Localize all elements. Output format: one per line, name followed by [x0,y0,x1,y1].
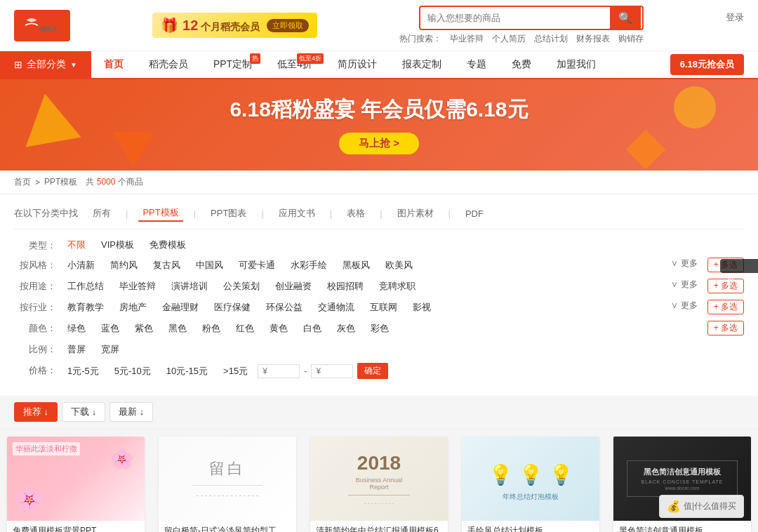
ind-opt-5[interactable]: 环保公益 [260,300,308,315]
filter-tab-pdf[interactable]: PDF [461,207,488,220]
nav-item-free[interactable]: 免费 [499,51,544,78]
membership-promo-banner[interactable]: 🎁 12 个月稻壳会员 立即领取 [152,13,317,38]
filter-tab-doc[interactable]: 应用文书 [274,206,319,221]
hot-item-4[interactable]: 财务报表 [576,33,610,45]
hot-item-1[interactable]: 毕业答辩 [450,33,484,45]
price-opt-3[interactable]: 10元-15元 [161,364,213,379]
sort-recommend-btn[interactable]: 推荐 ↓ [14,402,58,422]
sort-newest-btn[interactable]: 最新 ↓ [109,402,153,422]
color-opt-10[interactable]: 彩色 [365,321,394,336]
filter-type-label: 类型： [14,238,56,252]
type-option-vip[interactable]: VIP模板 [95,238,140,252]
search-box: 🔍 [419,6,644,30]
petal-icon: 🌸 [109,447,134,470]
hot-item-2[interactable]: 个人简历 [492,33,526,45]
product-card-3[interactable]: 2018 Business Annual Report - - - - - - … [310,437,448,532]
nav-price-btn[interactable]: 6.18元抢会员 [670,54,744,75]
filter-tab-table[interactable]: 表格 [343,206,369,221]
product-title-5: 黑色简洁创意通用模板 [613,521,751,532]
promo-gift-icon: 🎁 [161,17,178,34]
hot-item-5[interactable]: 购销存 [618,33,644,45]
breadcrumb-home[interactable]: 首页 [14,176,31,188]
use-opt-1[interactable]: 工作总结 [62,279,109,294]
color-opt-1[interactable]: 绿色 [62,321,91,336]
use-opt-2[interactable]: 毕业答辩 [114,279,161,294]
promo-claim-btn[interactable]: 立即领取 [267,19,309,32]
search-input[interactable] [420,8,610,27]
color-opt-9[interactable]: 灰色 [331,321,361,336]
price-to-input[interactable] [311,364,353,378]
style-opt-3[interactable]: 复古风 [147,258,186,273]
search-button[interactable]: 🔍 [610,7,641,29]
use-opt-5[interactable]: 创业融资 [270,279,317,294]
filter-tab-ppt[interactable]: PPT模板 [138,205,182,222]
filter-tab-image[interactable]: 图片素材 [393,206,438,221]
banner-cta-btn[interactable]: 马上抢 > [339,133,419,154]
nav-item-report[interactable]: 报表定制 [390,51,454,78]
ind-opt-8[interactable]: 影视 [407,300,437,315]
filter-industry-row: 按行业： 教育教学 房地产 金融理财 医疗保健 环保公益 交通物流 互联网 影视… [14,300,744,315]
price-opt-2[interactable]: 5元-10元 [109,364,157,379]
watermark-icon: 💰 [667,500,681,513]
ind-opt-4[interactable]: 医疗保健 [208,300,256,315]
ind-opt-2[interactable]: 房地产 [114,300,152,315]
color-opt-2[interactable]: 蓝色 [95,321,125,336]
use-opt-3[interactable]: 演讲培训 [166,279,213,294]
filter-type-row: 类型： 不限 VIP模板 免费模板 [14,238,744,252]
style-opt-2[interactable]: 简约风 [105,258,143,273]
price-opt-4[interactable]: >15元 [218,364,253,379]
use-opt-4[interactable]: 公关策划 [218,279,265,294]
nav-item-home[interactable]: 首页 [91,51,136,78]
hot-item-3[interactable]: 总结计划 [534,33,568,45]
filter-industry-options: 教育教学 房地产 金融理财 医疗保健 环保公益 交通物流 互联网 影视 [62,300,665,315]
price-confirm-btn[interactable]: 确定 [357,363,388,379]
ind-opt-6[interactable]: 交通物流 [312,300,360,315]
sort-download-btn[interactable]: 下载 ↓ [62,402,105,422]
style-opt-5[interactable]: 可爱卡通 [233,258,281,273]
nav-item-ppt-custom[interactable]: PPT定制 热 [201,51,265,78]
use-opt-6[interactable]: 校园招聘 [321,279,369,294]
filter-tab-chart[interactable]: PPT图表 [206,206,251,221]
nav-item-resume[interactable]: 简历设计 [325,51,390,78]
float-sidebar[interactable]: 模板 点赞 [720,259,758,273]
nav-item-membership[interactable]: 稻壳会员 [136,51,201,78]
style-opt-8[interactable]: 欧美风 [380,258,418,273]
all-category-btn[interactable]: ⊞ 全部分类 ▼ [0,51,91,78]
color-opt-4[interactable]: 黑色 [163,321,192,336]
ind-more-btn[interactable]: ∨ 更多 [671,300,697,312]
color-multi-btn[interactable]: + 多选 [707,321,744,335]
style-more-btn[interactable]: ∨ 更多 [671,258,697,270]
style-opt-1[interactable]: 小清新 [62,258,100,273]
login-button[interactable]: 登录 [726,11,744,24]
color-opt-6[interactable]: 红色 [230,321,260,336]
nav-item-ppt-discount[interactable]: 低至4折 低至4折 [265,51,325,78]
use-multi-btn[interactable]: + 多选 [707,279,744,293]
price-from-input[interactable] [258,364,300,378]
product-card-1[interactable]: 🌸 🌸 华丽此泼淡和柠撒 免费通用模板背景PPT [7,437,145,532]
product-card-4[interactable]: 💡 💡 💡 年终总结灯泡模板 手绘风总结计划模板 [462,437,599,532]
ratio-opt-1[interactable]: 普屏 [62,342,91,357]
nav-item-special[interactable]: 专题 [454,51,499,78]
style-opt-4[interactable]: 中国风 [190,258,229,273]
color-opt-3[interactable]: 紫色 [129,321,159,336]
type-option-nolimit[interactable]: 不限 [62,238,91,252]
deco-triangle-left [18,89,81,147]
price-opt-1[interactable]: 1元-5元 [62,364,105,379]
color-opt-8[interactable]: 白色 [298,321,327,336]
color-opt-7[interactable]: 黄色 [264,321,293,336]
ind-opt-7[interactable]: 互联网 [364,300,403,315]
style-opt-7[interactable]: 黑板风 [337,258,375,273]
flower-icon: 🌸 [14,485,45,514]
nav-item-partner[interactable]: 加盟我们 [544,51,609,78]
use-opt-7[interactable]: 竞聘求职 [373,279,421,294]
ind-opt-3[interactable]: 金融理财 [157,300,204,315]
color-opt-5[interactable]: 粉色 [197,321,226,336]
use-more-btn[interactable]: ∨ 更多 [671,279,697,291]
ind-multi-btn[interactable]: + 多选 [707,300,744,314]
ratio-opt-2[interactable]: 宽屏 [95,342,125,357]
type-option-free[interactable]: 免费模板 [144,238,192,252]
filter-tab-all[interactable]: 所有 [88,206,115,221]
ind-opt-1[interactable]: 教育教学 [62,300,109,315]
style-opt-6[interactable]: 水彩手绘 [285,258,333,273]
product-card-2[interactable]: 留白 - - - - - - - - - - - - - - - 留白极简-日式… [159,437,296,532]
